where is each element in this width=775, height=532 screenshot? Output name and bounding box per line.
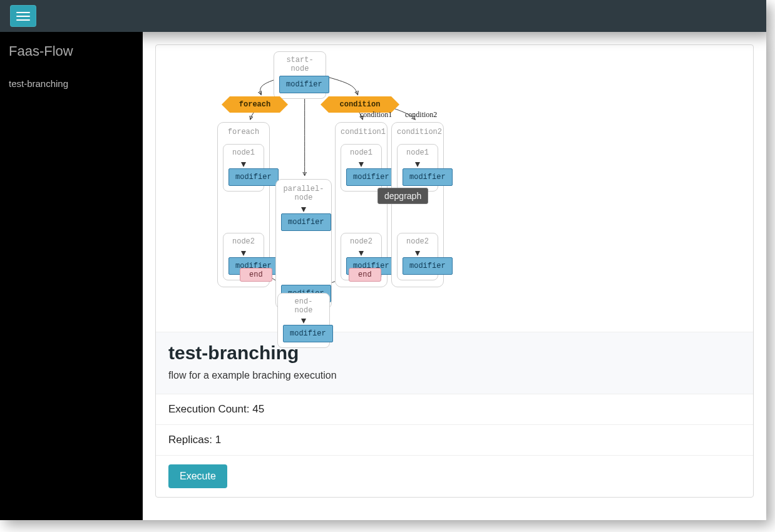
node-title: start-node [279,54,321,76]
arrow-down-icon [241,251,246,256]
topbar [0,0,766,32]
sidebar: Faas-Flow test-branching [0,32,143,520]
arrow-down-icon [359,251,364,256]
replicas-label: Replicas: [168,434,215,446]
graph-tooltip: depgraph [377,188,428,204]
graph-node[interactable]: node1 modifier [397,144,438,192]
execution-count-row: Execution Count: 45 [156,394,753,424]
subgraph-title: foreach [223,126,264,140]
sidebar-item-test-branching[interactable]: test-branching [9,74,134,93]
arrow-down-icon [301,207,306,212]
graph-cond2-subgraph[interactable]: condition2 node1 modifier node2 modifier [391,122,444,287]
node-op: modifier [279,76,329,93]
action-row: Execute [156,455,753,497]
flow-title: test-branching [168,342,741,364]
replicas-value: 1 [215,434,221,446]
flow-info-header: test-branching flow for a example brachi… [156,332,753,394]
graph-end-condition[interactable]: end [349,268,381,282]
arrow-down-icon [359,162,364,167]
graph-foreach-subgraph[interactable]: foreach node1 modifier node2 modifier [217,122,270,287]
arrow-down-icon [415,162,420,167]
flow-card: start-node modifier foreach condition co… [155,44,754,498]
arrow-down-icon [241,162,246,167]
arrow-down-icon [301,319,306,324]
graph-node[interactable]: node2 modifier [397,233,438,280]
edge-label-cond1: condition1 [360,110,392,120]
hamburger-icon [16,12,30,13]
app-brand: Faas-Flow [9,43,134,59]
graph-start-node[interactable]: start-node modifier [274,51,326,99]
main-content: start-node modifier foreach condition co… [143,32,766,520]
graph-node[interactable]: node1 modifier [223,144,264,192]
exec-count-label: Execution Count: [168,403,252,415]
graph-cond1-subgraph[interactable]: condition1 node1 modifier node2 modifier [335,122,388,287]
replicas-row: Replicas: 1 [156,424,753,455]
graph-node[interactable]: node1 modifier [341,144,382,192]
graph-parallel-node[interactable]: parallel-node modifier modifier [275,179,332,309]
graph-foreach-branch[interactable]: foreach [230,96,280,113]
graph-end-foreach[interactable]: end [240,268,272,282]
execute-button[interactable]: Execute [168,464,227,488]
arrow-down-icon [415,251,420,256]
graph-end-node[interactable]: end-node modifier [277,293,330,348]
flow-description: flow for a example braching execution [168,370,741,381]
flow-graph[interactable]: start-node modifier foreach condition co… [156,45,753,332]
edge-label-cond2: condition2 [405,110,437,120]
exec-count-value: 45 [252,403,264,415]
menu-toggle-button[interactable] [10,5,36,27]
